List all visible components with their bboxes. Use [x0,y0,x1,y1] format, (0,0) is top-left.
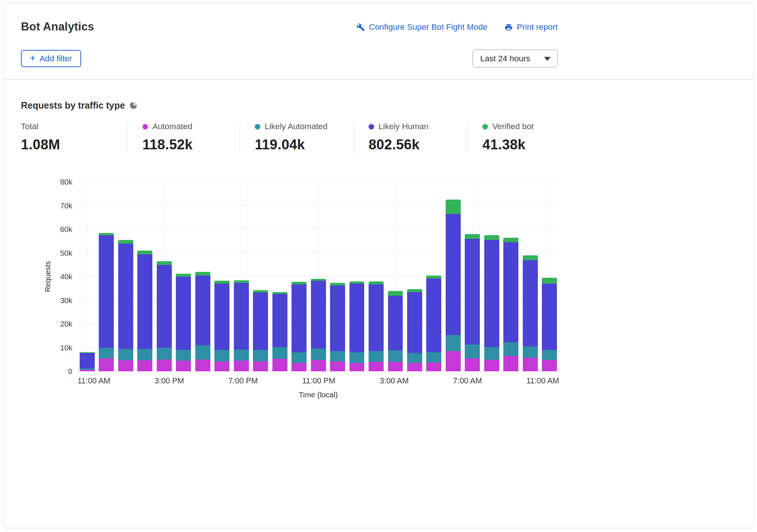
y-axis-ticks: 010k20k30k40k50k60k70k80k [54,182,77,371]
bar-600pm[interactable] [212,182,231,371]
bar-1100am[interactable] [540,182,559,371]
bar-segment-likely-human [349,284,365,352]
bar-segment-likely-human [80,353,95,368]
stat-likely-human-value: 802.56k [369,137,467,153]
x-tick-label: 3:00 AM [380,376,409,386]
x-tick-label: 7:00 AM [453,376,482,386]
bar-segment-likely-human [311,281,326,349]
pie-chart-icon [130,102,137,109]
add-filter-button[interactable]: + Add filter [21,50,81,67]
bar-segment-likely-automated [214,350,229,361]
bar-segment-likely-human [234,283,249,349]
bar-segment-likely-automated [253,350,268,361]
bar-segment-likely-automated [369,351,384,362]
bar-500am[interactable] [424,182,443,371]
bar-segment-verified-bot [369,281,384,284]
bar-segment-verified-bot [407,289,422,292]
bar-100am[interactable] [347,182,366,371]
bar-segment-verified-bot [388,291,403,296]
y-tick-label: 20k [60,320,72,328]
stat-verified-bot: Verified bot 41.38k [467,122,558,153]
bar-1100pm[interactable] [309,182,328,371]
bar-segment-automated [407,363,422,371]
likely-automated-legend-dot [255,124,260,130]
y-tick-label: 0 [68,367,72,376]
y-tick-label: 70k [60,201,72,210]
bar-segment-likely-automated [426,352,441,362]
stat-likely-automated-value: 119.04k [255,137,354,153]
bar-segment-verified-bot [465,234,480,239]
bar-segment-likely-automated [272,347,287,359]
bar-1100am[interactable] [77,182,97,371]
bar-segment-verified-bot [542,278,557,284]
configure-super-bot-fight-mode-link[interactable]: Configure Super Bot Fight Mode [356,22,488,32]
x-tick-label [125,376,140,386]
bar-segment-likely-automated [484,347,499,360]
bar-segment-automated [311,360,326,371]
bar-segment-automated [388,362,403,371]
y-tick-label: 40k [60,272,72,281]
x-tick-label [110,376,125,386]
bar-100pm[interactable] [116,182,135,371]
bar-segment-verified-bot [195,272,210,276]
bar-segment-verified-bot [446,200,461,214]
print-link-label: Print report [517,22,558,32]
bar-segment-automated [157,360,172,371]
time-range-select[interactable]: Last 24 hours [472,50,558,68]
bar-1200am[interactable] [328,182,347,371]
bar-800am[interactable] [482,182,501,371]
x-axis-title: Time (local) [77,390,559,399]
bar-500pm[interactable] [193,182,212,371]
stat-automated-label: Automated [152,122,192,131]
bar-700pm[interactable] [232,182,251,371]
bar-200pm[interactable] [135,182,154,371]
bar-400am[interactable] [405,182,424,371]
bar-segment-likely-human [157,265,172,348]
bar-400pm[interactable] [174,182,193,371]
y-axis-title: Requests [41,182,54,371]
bar-segment-automated [369,362,384,371]
bar-1000am[interactable] [521,182,540,371]
print-report-link[interactable]: Print report [504,22,558,32]
bar-segment-automated [465,358,480,371]
printer-icon [504,23,513,32]
bar-300pm[interactable] [155,182,174,371]
stat-verified-bot-label: Verified bot [492,122,534,131]
bar-segment-likely-automated [291,352,307,363]
bar-segment-automated [234,361,249,371]
bar-segment-automated [330,361,345,371]
header: Bot Analytics Configure Super Bot Fight … [3,3,754,68]
bar-300am[interactable] [386,182,405,371]
bar-1200pm[interactable] [97,182,116,371]
bar-segment-verified-bot [523,255,538,260]
automated-legend-dot [142,124,148,130]
bar-segment-likely-human [426,278,441,352]
bar-900pm[interactable] [270,182,289,371]
bar-segment-automated [195,360,210,371]
bar-1000pm[interactable] [289,182,308,371]
bar-segment-automated [272,359,287,371]
x-tick-label [511,376,526,386]
y-tick-label: 30k [60,296,72,305]
bar-segment-automated [484,360,499,371]
configure-link-label: Configure Super Bot Fight Mode [369,22,488,32]
bar-segment-verified-bot [426,276,441,278]
traffic-type-stats: Total 1.08M Automated 118.52k Likely Aut… [21,122,558,153]
bar-segment-verified-bot [484,235,499,240]
section-title: Requests by traffic type [21,100,125,111]
bar-800pm[interactable] [251,182,270,371]
bar-700am[interactable] [463,182,482,371]
bar-900am[interactable] [501,182,521,371]
wrench-icon [356,23,365,32]
bot-analytics-card: Bot Analytics Configure Super Bot Fight … [3,3,754,528]
bar-segment-automated [349,363,365,371]
y-tick-label: 50k [60,249,72,258]
bar-segment-verified-bot [234,280,249,283]
bar-segment-automated [80,370,95,372]
bar-600am[interactable] [443,182,463,371]
bar-segment-likely-human [503,242,518,342]
time-range-value: Last 24 hours [480,54,530,63]
plot-area [77,182,559,371]
bar-200am[interactable] [366,182,385,371]
x-tick-label [140,376,155,386]
